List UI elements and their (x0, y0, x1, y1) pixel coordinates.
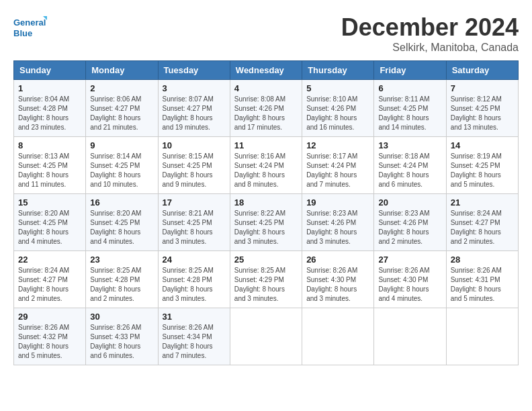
day-number: 4 (234, 83, 298, 93)
day-number: 18 (234, 197, 298, 208)
day-detail: Sunrise: 8:26 AMSunset: 4:34 PMDaylight:… (163, 324, 214, 359)
day-number: 6 (378, 83, 441, 93)
day-number: 10 (163, 140, 226, 150)
calendar-cell: 25 Sunrise: 8:25 AMSunset: 4:29 PMDaylig… (230, 251, 302, 308)
day-detail: Sunrise: 8:24 AMSunset: 4:27 PMDaylight:… (18, 267, 69, 302)
calendar-cell: 24 Sunrise: 8:25 AMSunset: 4:28 PMDaylig… (158, 251, 230, 308)
day-number: 26 (306, 255, 369, 265)
calendar-cell: 2 Sunrise: 8:06 AMSunset: 4:27 PMDayligh… (86, 80, 158, 137)
calendar-cell: 4 Sunrise: 8:08 AMSunset: 4:26 PMDayligh… (230, 80, 302, 137)
logo: General Blue (13, 13, 47, 43)
day-number: 5 (306, 83, 369, 93)
day-number: 17 (163, 197, 226, 208)
calendar-cell: 23 Sunrise: 8:25 AMSunset: 4:28 PMDaylig… (86, 251, 158, 308)
day-number: 8 (18, 140, 81, 150)
day-number: 31 (163, 312, 226, 322)
calendar-cell: 8 Sunrise: 8:13 AMSunset: 4:25 PMDayligh… (14, 137, 86, 194)
calendar-week-1: 1 Sunrise: 8:04 AMSunset: 4:28 PMDayligh… (14, 80, 519, 137)
calendar-cell: 3 Sunrise: 8:07 AMSunset: 4:27 PMDayligh… (158, 80, 230, 137)
day-number: 3 (163, 83, 226, 93)
calendar-cell: 12 Sunrise: 8:17 AMSunset: 4:24 PMDaylig… (302, 137, 374, 194)
day-number: 20 (378, 197, 441, 208)
day-detail: Sunrise: 8:04 AMSunset: 4:28 PMDaylight:… (18, 95, 69, 131)
day-number: 1 (18, 83, 81, 93)
day-detail: Sunrise: 8:26 AMSunset: 4:32 PMDaylight:… (18, 324, 69, 359)
col-header-monday: Monday (86, 61, 158, 80)
day-detail: Sunrise: 8:26 AMSunset: 4:30 PMDaylight:… (306, 267, 357, 302)
day-detail: Sunrise: 8:16 AMSunset: 4:24 PMDaylight:… (234, 152, 285, 188)
calendar-week-4: 22 Sunrise: 8:24 AMSunset: 4:27 PMDaylig… (14, 251, 519, 308)
day-detail: Sunrise: 8:25 AMSunset: 4:28 PMDaylight:… (163, 267, 214, 302)
day-number: 24 (163, 255, 226, 265)
calendar-cell (230, 308, 302, 365)
day-detail: Sunrise: 8:24 AMSunset: 4:27 PMDaylight:… (451, 210, 502, 245)
day-detail: Sunrise: 8:14 AMSunset: 4:25 PMDaylight:… (90, 152, 141, 188)
col-header-sunday: Sunday (14, 61, 86, 80)
calendar-cell: 22 Sunrise: 8:24 AMSunset: 4:27 PMDaylig… (14, 251, 86, 308)
location-title: Selkirk, Manitoba, Canada (341, 42, 519, 54)
day-number: 14 (451, 140, 514, 150)
svg-text:Blue: Blue (13, 28, 32, 38)
calendar-cell: 7 Sunrise: 8:12 AMSunset: 4:25 PMDayligh… (446, 80, 518, 137)
day-detail: Sunrise: 8:19 AMSunset: 4:25 PMDaylight:… (451, 152, 502, 188)
col-header-wednesday: Wednesday (230, 61, 302, 80)
calendar-week-2: 8 Sunrise: 8:13 AMSunset: 4:25 PMDayligh… (14, 137, 519, 194)
day-detail: Sunrise: 8:20 AMSunset: 4:25 PMDaylight:… (90, 210, 141, 245)
day-detail: Sunrise: 8:25 AMSunset: 4:28 PMDaylight:… (90, 267, 141, 302)
day-detail: Sunrise: 8:15 AMSunset: 4:25 PMDaylight:… (163, 152, 214, 188)
day-number: 22 (18, 255, 81, 265)
calendar-cell: 9 Sunrise: 8:14 AMSunset: 4:25 PMDayligh… (86, 137, 158, 194)
calendar-cell: 21 Sunrise: 8:24 AMSunset: 4:27 PMDaylig… (446, 194, 518, 251)
day-detail: Sunrise: 8:11 AMSunset: 4:25 PMDaylight:… (378, 95, 429, 131)
day-detail: Sunrise: 8:26 AMSunset: 4:33 PMDaylight:… (90, 324, 141, 359)
month-title: December 2024 (341, 13, 519, 42)
day-number: 23 (90, 255, 153, 265)
calendar-cell: 31 Sunrise: 8:26 AMSunset: 4:34 PMDaylig… (158, 308, 230, 365)
calendar-cell (374, 308, 446, 365)
calendar-cell: 19 Sunrise: 8:23 AMSunset: 4:26 PMDaylig… (302, 194, 374, 251)
day-number: 11 (234, 140, 298, 150)
day-detail: Sunrise: 8:17 AMSunset: 4:24 PMDaylight:… (306, 152, 357, 188)
calendar-cell: 27 Sunrise: 8:26 AMSunset: 4:30 PMDaylig… (374, 251, 446, 308)
day-detail: Sunrise: 8:10 AMSunset: 4:26 PMDaylight:… (306, 95, 357, 131)
day-number: 7 (451, 83, 514, 93)
day-number: 19 (306, 197, 369, 208)
day-number: 28 (451, 255, 514, 265)
calendar-cell: 10 Sunrise: 8:15 AMSunset: 4:25 PMDaylig… (158, 137, 230, 194)
day-detail: Sunrise: 8:26 AMSunset: 4:30 PMDaylight:… (378, 267, 429, 302)
day-number: 2 (90, 83, 153, 93)
day-number: 30 (90, 312, 153, 322)
calendar-cell (446, 308, 518, 365)
calendar-week-5: 29 Sunrise: 8:26 AMSunset: 4:32 PMDaylig… (14, 308, 519, 365)
day-number: 15 (18, 197, 81, 208)
calendar-week-3: 15 Sunrise: 8:20 AMSunset: 4:25 PMDaylig… (14, 194, 519, 251)
calendar-cell: 17 Sunrise: 8:21 AMSunset: 4:25 PMDaylig… (158, 194, 230, 251)
calendar-cell: 26 Sunrise: 8:26 AMSunset: 4:30 PMDaylig… (302, 251, 374, 308)
day-detail: Sunrise: 8:07 AMSunset: 4:27 PMDaylight:… (163, 95, 214, 131)
calendar-cell: 14 Sunrise: 8:19 AMSunset: 4:25 PMDaylig… (446, 137, 518, 194)
day-detail: Sunrise: 8:25 AMSunset: 4:29 PMDaylight:… (234, 267, 285, 302)
day-number: 29 (18, 312, 81, 322)
day-detail: Sunrise: 8:22 AMSunset: 4:25 PMDaylight:… (234, 210, 285, 245)
calendar-cell: 28 Sunrise: 8:26 AMSunset: 4:31 PMDaylig… (446, 251, 518, 308)
day-number: 13 (378, 140, 441, 150)
col-header-saturday: Saturday (446, 61, 518, 80)
col-header-tuesday: Tuesday (158, 61, 230, 80)
day-detail: Sunrise: 8:12 AMSunset: 4:25 PMDaylight:… (451, 95, 502, 131)
day-number: 27 (378, 255, 441, 265)
day-number: 16 (90, 197, 153, 208)
day-detail: Sunrise: 8:13 AMSunset: 4:25 PMDaylight:… (18, 152, 69, 188)
day-detail: Sunrise: 8:08 AMSunset: 4:26 PMDaylight:… (234, 95, 285, 131)
day-number: 12 (306, 140, 369, 150)
svg-text:General: General (13, 17, 46, 28)
calendar-cell: 16 Sunrise: 8:20 AMSunset: 4:25 PMDaylig… (86, 194, 158, 251)
day-detail: Sunrise: 8:20 AMSunset: 4:25 PMDaylight:… (18, 210, 69, 245)
day-number: 9 (90, 140, 153, 150)
day-detail: Sunrise: 8:23 AMSunset: 4:26 PMDaylight:… (306, 210, 357, 245)
calendar-cell: 6 Sunrise: 8:11 AMSunset: 4:25 PMDayligh… (374, 80, 446, 137)
day-detail: Sunrise: 8:18 AMSunset: 4:24 PMDaylight:… (378, 152, 429, 188)
calendar-cell: 20 Sunrise: 8:23 AMSunset: 4:26 PMDaylig… (374, 194, 446, 251)
calendar-cell: 1 Sunrise: 8:04 AMSunset: 4:28 PMDayligh… (14, 80, 86, 137)
day-detail: Sunrise: 8:06 AMSunset: 4:27 PMDaylight:… (90, 95, 141, 131)
calendar-cell: 18 Sunrise: 8:22 AMSunset: 4:25 PMDaylig… (230, 194, 302, 251)
